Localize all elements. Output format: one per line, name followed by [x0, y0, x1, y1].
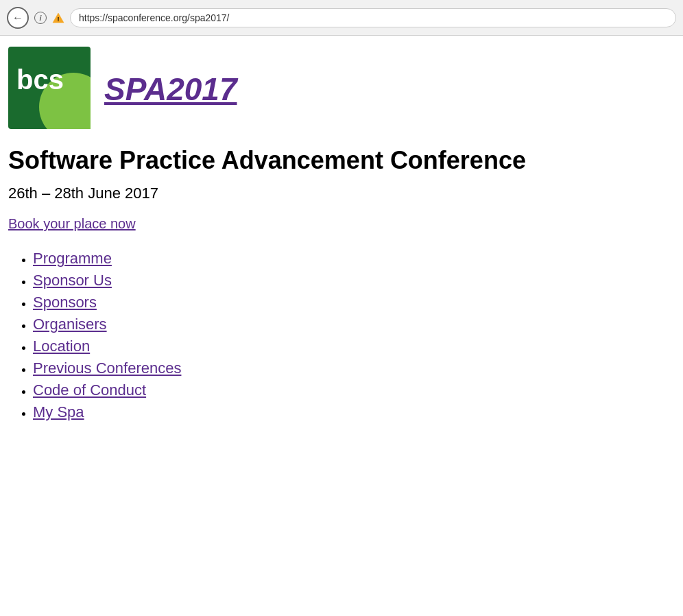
nav-link-organisers[interactable]: Organisers	[33, 316, 107, 333]
back-arrow-icon: ←	[12, 12, 23, 24]
address-bar[interactable]: https://spaconference.org/spa2017/	[70, 8, 676, 27]
site-title-link[interactable]: SPA2017	[104, 71, 237, 108]
nav-link-programme[interactable]: Programme	[33, 250, 112, 267]
nav-link-location[interactable]: Location	[33, 337, 90, 355]
nav-list: Programme Sponsor Us Sponsors Organisers…	[8, 250, 675, 421]
list-item: Previous Conferences	[33, 359, 675, 377]
nav-link-previous-conferences[interactable]: Previous Conferences	[33, 359, 181, 377]
bcs-logo: bcs	[8, 47, 91, 132]
list-item: Code of Conduct	[33, 381, 675, 399]
svg-text:bcs: bcs	[16, 64, 64, 95]
url-text: https://spaconference.org/spa2017/	[79, 12, 229, 23]
nav-link-my-spa[interactable]: My Spa	[33, 403, 84, 420]
book-link[interactable]: Book your place now	[8, 216, 136, 232]
nav-link-sponsor-us[interactable]: Sponsor Us	[33, 272, 112, 289]
conference-dates: 26th – 28th June 2017	[8, 185, 675, 202]
list-item: Location	[33, 337, 675, 355]
list-item: Sponsor Us	[33, 272, 675, 289]
header-row: bcs SPA2017	[8, 47, 675, 132]
browser-chrome: ← i ! https://spaconference.org/spa2017/	[0, 0, 683, 36]
list-item: Organisers	[33, 316, 675, 333]
list-item: Sponsors	[33, 294, 675, 311]
back-button[interactable]: ←	[7, 7, 29, 29]
list-item: Programme	[33, 250, 675, 268]
nav-link-code-of-conduct[interactable]: Code of Conduct	[33, 381, 146, 399]
page-content: bcs SPA2017 Software Practice Advancemen…	[0, 36, 683, 446]
list-item: My Spa	[33, 403, 675, 421]
info-icon[interactable]: i	[34, 12, 47, 24]
warning-icon: !	[52, 12, 64, 24]
warning-triangle-svg: !	[52, 12, 64, 23]
main-heading: Software Practice Advancement Conference	[8, 145, 675, 175]
nav-link-sponsors[interactable]: Sponsors	[33, 294, 97, 311]
svg-text:!: !	[58, 16, 60, 23]
